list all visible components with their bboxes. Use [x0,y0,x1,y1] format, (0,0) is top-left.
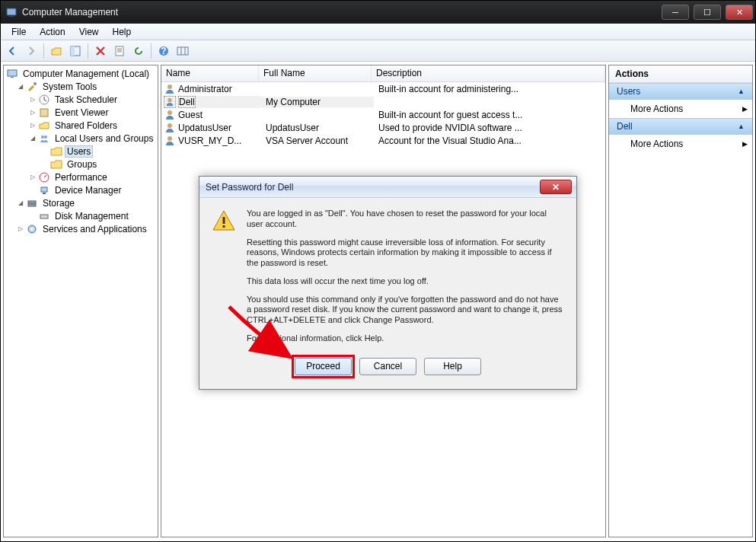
tree-system-tools[interactable]: ◢ System Tools [4,80,158,93]
svg-point-24 [167,97,171,101]
collapse-icon[interactable]: ◢ [28,134,37,142]
user-name: UpdatusUser [178,123,231,133]
tree-local-users-groups[interactable]: ◢ Local Users and Groups [4,132,158,145]
back-button[interactable] [4,43,21,59]
svg-rect-8 [8,70,17,76]
tree-performance[interactable]: ▷ Performance [4,171,158,183]
svg-rect-28 [223,217,225,224]
app-icon [5,6,18,18]
columns-button[interactable] [174,43,191,59]
dialog-close-button[interactable]: ✕ [540,180,572,194]
svg-rect-18 [28,201,36,203]
storage-icon [26,197,38,209]
navigation-tree[interactable]: Computer Management (Local) ◢ System Too… [3,65,158,537]
menu-file[interactable]: File [5,25,32,39]
toolbar: ? [1,40,755,62]
svg-point-26 [167,123,172,128]
proceed-button[interactable]: Proceed [295,358,352,375]
list-header[interactable]: Name Full Name Description [161,65,605,82]
up-level-button[interactable] [48,43,65,59]
actions-pane: Actions Users ▲ More Actions ▶ Dell ▲ Mo… [608,65,753,537]
tree-services-apps[interactable]: ▷ Services and Applications [4,222,158,235]
folder-icon [50,158,62,171]
user-name: Administrator [178,84,232,94]
minimize-button[interactable]: ─ [662,5,689,20]
set-password-dialog: Set Password for Dell ✕ You are logged i… [199,176,577,390]
user-row[interactable]: GuestBuilt-in account for guest access t… [161,108,605,121]
cancel-button[interactable]: Cancel [359,358,416,375]
svg-rect-1 [9,16,14,17]
svg-rect-29 [223,225,225,228]
help-button[interactable]: ? [155,43,172,59]
tree-root[interactable]: Computer Management (Local) [4,67,158,80]
menu-view[interactable]: View [73,25,105,39]
shared-folder-icon [38,120,50,132]
svg-point-14 [44,136,47,139]
user-icon [164,135,176,147]
tree-storage[interactable]: ◢ Storage [4,196,158,209]
expand-icon[interactable]: ▷ [28,173,37,181]
user-description: Built-in account for guest access t... [374,110,605,120]
svg-rect-12 [40,109,48,116]
user-description: Account for the Visual Studio Ana... [374,136,605,146]
user-description: Used to provide NVIDIA software ... [374,123,605,133]
col-description[interactable]: Description [372,65,605,81]
show-tree-button[interactable] [67,43,84,59]
user-fullname: VSA Server Account [261,136,374,146]
dialog-text-1: You are logged in as "Dell". You have ch… [247,209,564,230]
col-fullname[interactable]: Full Name [259,65,372,81]
maximize-button[interactable]: ☐ [694,5,721,20]
menu-action[interactable]: Action [33,25,71,39]
menu-help[interactable]: Help [107,25,138,39]
menubar: File Action View Help [1,24,755,40]
collapse-icon[interactable]: ◢ [16,82,24,91]
dialog-help-button[interactable]: Help [424,358,481,375]
tools-icon [26,81,38,93]
dialog-titlebar[interactable]: Set Password for Dell ✕ [199,177,576,198]
close-button[interactable]: ✕ [726,5,753,20]
user-name: Guest [178,110,203,120]
tree-shared-folders[interactable]: ▷ Shared Folders [4,119,158,132]
properties-button[interactable] [111,43,128,59]
expand-icon[interactable]: ▷ [16,225,24,233]
expand-icon[interactable]: ▷ [28,121,37,129]
svg-rect-3 [71,46,75,56]
collapse-icon[interactable]: ◢ [16,199,24,207]
svg-text:?: ? [161,46,166,56]
actions-section-dell[interactable]: Dell ▲ [609,118,752,135]
tree-task-scheduler[interactable]: ▷ Task Scheduler [4,93,158,106]
tree-users[interactable]: Users [4,145,158,158]
user-row[interactable]: UpdatusUserUpdatusUserUsed to provide NV… [161,121,605,134]
col-name[interactable]: Name [161,65,259,81]
actions-more-users[interactable]: More Actions ▶ [609,100,752,118]
user-row[interactable]: AdministratorBuilt-in account for admini… [161,82,605,95]
warning-icon [212,209,236,233]
svg-point-25 [167,110,172,115]
tree-groups[interactable]: Groups [4,158,158,171]
collapse-up-icon: ▲ [738,88,745,95]
delete-button[interactable] [92,43,109,59]
svg-rect-7 [177,47,188,55]
svg-point-23 [167,84,172,89]
user-name: VUSR_MY_D... [178,136,241,146]
computer-icon [6,68,18,80]
user-row[interactable]: VUSR_MY_D...VSA Server AccountAccount fo… [161,134,605,147]
user-row[interactable]: DellMy Computer [161,95,605,108]
actions-section-users[interactable]: Users ▲ [609,83,752,100]
refresh-button[interactable] [130,43,147,59]
expand-icon[interactable]: ▷ [28,108,37,116]
expand-icon[interactable]: ▷ [28,95,37,104]
svg-rect-9 [11,77,14,78]
user-description: Built-in account for administering... [374,84,605,94]
tree-event-viewer[interactable]: ▷ Event Viewer [4,106,158,119]
proceed-highlight: Proceed [295,358,352,375]
chevron-right-icon: ▶ [742,105,748,113]
user-icon [164,96,176,108]
tree-device-manager[interactable]: Device Manager [4,183,158,196]
user-icon [164,122,176,134]
svg-point-10 [33,82,37,85]
window-title: Computer Management [22,7,118,18]
forward-button[interactable] [23,43,40,59]
tree-disk-management[interactable]: Disk Management [4,209,158,222]
actions-more-dell[interactable]: More Actions ▶ [609,135,752,153]
